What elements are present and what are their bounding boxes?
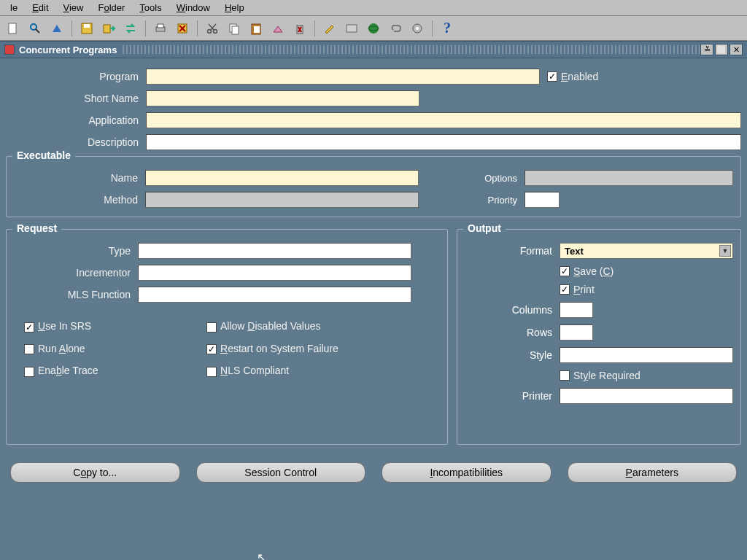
select-format-value: Text	[565, 246, 584, 257]
tool-globe-icon[interactable]	[365, 20, 382, 37]
tool-delete-icon[interactable]	[291, 20, 309, 37]
button-copy-to[interactable]: Copy to...	[10, 462, 180, 483]
tool-tools-icon[interactable]	[409, 20, 426, 37]
svg-rect-7	[158, 24, 163, 28]
label-out-style: Style	[465, 349, 560, 361]
field-exec-name[interactable]	[145, 170, 419, 186]
field-req-type[interactable]	[138, 243, 411, 259]
checkbox-run-alone[interactable]	[24, 344, 34, 354]
menu-edit[interactable]: Edit	[25, 1, 55, 15]
menu-bar: le Edit View Folder Tools Window Help	[0, 0, 747, 16]
checkbox-restart-failure[interactable]	[206, 344, 217, 354]
field-req-mls[interactable]	[138, 287, 411, 303]
field-program[interactable]	[146, 69, 540, 85]
label-enabled[interactable]: Enabled	[561, 71, 598, 82]
checkbox-enabled[interactable]	[547, 71, 557, 82]
tool-attach-icon[interactable]	[387, 20, 404, 37]
field-rows[interactable]	[560, 324, 593, 341]
menu-help[interactable]: Help	[217, 1, 252, 15]
button-row: Copy to... Session Control Incompatibili…	[6, 454, 741, 491]
svg-line-2	[36, 29, 39, 33]
svg-rect-18	[254, 26, 260, 33]
chevron-down-icon: ▼	[719, 245, 731, 257]
toolbar-separator	[71, 20, 72, 36]
menu-view[interactable]: View	[56, 1, 91, 15]
label-restart-failure[interactable]: Restart on System Failure	[220, 343, 338, 354]
menu-window[interactable]: Window	[169, 1, 217, 15]
tool-cut-icon[interactable]	[204, 20, 221, 37]
toolbar: ?	[0, 16, 747, 41]
tool-nav-icon[interactable]	[48, 20, 66, 37]
label-exec-method: Method	[14, 194, 145, 206]
checkbox-use-in-srs[interactable]	[24, 322, 34, 332]
tool-find-icon[interactable]	[26, 20, 44, 37]
window-minimize-icon[interactable]: ≚	[700, 44, 713, 55]
label-style-required[interactable]: Style Required	[573, 370, 640, 381]
menu-tools[interactable]: Tools	[132, 1, 169, 15]
field-description[interactable]	[146, 134, 741, 150]
field-application[interactable]	[146, 112, 741, 128]
label-exec-priority: Priority	[419, 195, 525, 206]
svg-point-1	[31, 24, 36, 30]
field-short-name[interactable]	[146, 90, 419, 106]
label-out-printer: Printer	[465, 390, 560, 402]
field-exec-priority[interactable]	[525, 192, 560, 208]
checkbox-save[interactable]	[560, 266, 570, 276]
field-style[interactable]	[560, 347, 733, 363]
label-exec-options: Options	[419, 173, 525, 184]
group-executable: Executable Name Options Method Priority	[6, 156, 741, 217]
label-print[interactable]: Print	[573, 284, 595, 295]
window-titlebar: Concurrent Programs ≚ ⬜ ✕	[0, 41, 747, 58]
tool-copy-icon[interactable]	[225, 20, 243, 37]
svg-rect-16	[232, 26, 239, 34]
menu-file[interactable]: le	[3, 1, 25, 15]
tool-save-icon[interactable]	[78, 20, 96, 37]
label-out-format: Format	[465, 245, 560, 257]
field-exec-method[interactable]	[145, 192, 419, 208]
window-maximize-icon[interactable]: ⬜	[715, 44, 728, 55]
button-parameters[interactable]: Parameters	[568, 462, 738, 483]
field-req-incrementor[interactable]	[138, 265, 411, 281]
label-application: Application	[6, 114, 146, 126]
menu-folder[interactable]: Folder	[90, 1, 132, 15]
tool-paste-icon[interactable]	[247, 20, 265, 37]
group-title-request: Request	[12, 222, 61, 234]
toolbar-separator	[314, 20, 315, 36]
label-allow-disabled[interactable]: Allow Disabled Values	[220, 320, 321, 332]
label-req-type: Type	[14, 245, 138, 257]
group-title-executable: Executable	[12, 149, 75, 161]
checkbox-print[interactable]	[560, 284, 570, 295]
label-run-alone[interactable]: Run Alone	[38, 343, 85, 354]
group-title-output: Output	[463, 222, 506, 234]
field-exec-options[interactable]	[525, 170, 733, 186]
tool-next-step-icon[interactable]	[100, 20, 117, 37]
svg-point-26	[416, 27, 419, 30]
tool-translate-icon[interactable]	[343, 20, 360, 37]
tool-close-icon[interactable]	[174, 20, 191, 37]
checkbox-enable-trace[interactable]	[24, 367, 34, 377]
label-nls-compliant[interactable]: NLS Compliant	[220, 365, 289, 376]
tool-help-icon[interactable]: ?	[438, 20, 456, 37]
label-req-mls: MLS Function	[14, 289, 138, 300]
label-use-in-srs[interactable]: Use In SRS	[38, 320, 91, 332]
toolbar-separator	[432, 20, 433, 36]
svg-rect-0	[9, 23, 16, 34]
tool-switch-icon[interactable]	[122, 20, 139, 37]
checkbox-allow-disabled[interactable]	[206, 322, 217, 332]
tool-clear-icon[interactable]	[269, 20, 287, 37]
checkbox-nls-compliant[interactable]	[206, 367, 217, 377]
field-columns[interactable]	[560, 302, 593, 318]
button-incompatibilities[interactable]: Incompatibilities	[382, 462, 551, 483]
tool-print-icon[interactable]	[152, 20, 169, 37]
button-session-control[interactable]: Session Control	[196, 462, 366, 483]
field-printer[interactable]	[560, 388, 733, 404]
label-enable-trace[interactable]: Enable Trace	[38, 365, 98, 376]
label-req-incrementor: Incrementor	[14, 267, 138, 279]
svg-rect-4	[84, 24, 90, 28]
tool-new-icon[interactable]	[4, 20, 22, 37]
label-save[interactable]: Save (C)	[573, 265, 614, 277]
checkbox-style-required[interactable]	[560, 370, 570, 381]
tool-edit-icon[interactable]	[321, 20, 338, 37]
select-format[interactable]: Text ▼	[560, 243, 733, 259]
window-close-icon[interactable]: ✕	[729, 44, 743, 55]
